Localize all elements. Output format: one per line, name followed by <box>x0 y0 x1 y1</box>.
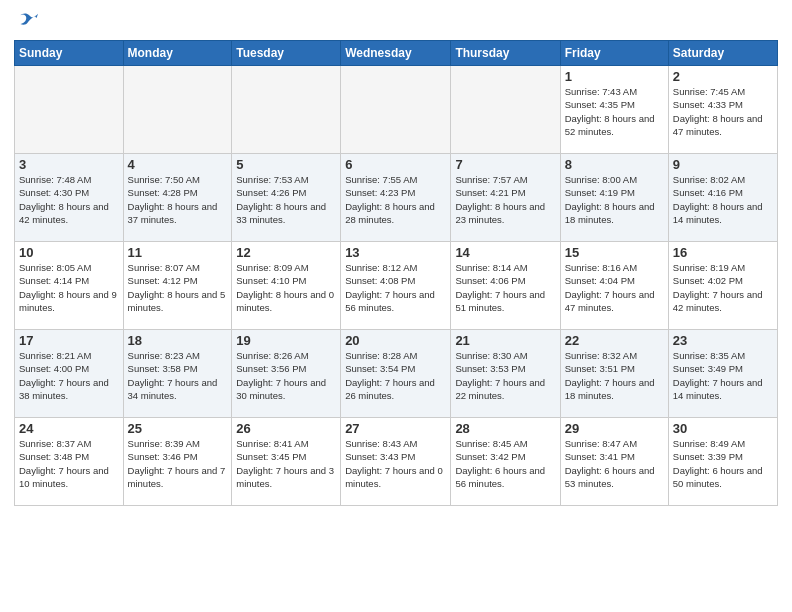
day-info: Sunrise: 8:26 AM Sunset: 3:56 PM Dayligh… <box>236 349 336 402</box>
calendar-cell: 4Sunrise: 7:50 AM Sunset: 4:28 PM Daylig… <box>123 154 232 242</box>
calendar-week-row: 24Sunrise: 8:37 AM Sunset: 3:48 PM Dayli… <box>15 418 778 506</box>
day-info: Sunrise: 8:47 AM Sunset: 3:41 PM Dayligh… <box>565 437 664 490</box>
calendar-cell: 16Sunrise: 8:19 AM Sunset: 4:02 PM Dayli… <box>668 242 777 330</box>
day-info: Sunrise: 8:05 AM Sunset: 4:14 PM Dayligh… <box>19 261 119 314</box>
day-number: 23 <box>673 333 773 348</box>
day-info: Sunrise: 7:50 AM Sunset: 4:28 PM Dayligh… <box>128 173 228 226</box>
day-info: Sunrise: 8:09 AM Sunset: 4:10 PM Dayligh… <box>236 261 336 314</box>
calendar-cell <box>451 66 560 154</box>
day-number: 12 <box>236 245 336 260</box>
day-info: Sunrise: 7:48 AM Sunset: 4:30 PM Dayligh… <box>19 173 119 226</box>
day-number: 7 <box>455 157 555 172</box>
day-number: 18 <box>128 333 228 348</box>
calendar-week-row: 1Sunrise: 7:43 AM Sunset: 4:35 PM Daylig… <box>15 66 778 154</box>
day-info: Sunrise: 8:23 AM Sunset: 3:58 PM Dayligh… <box>128 349 228 402</box>
day-number: 8 <box>565 157 664 172</box>
day-number: 28 <box>455 421 555 436</box>
day-info: Sunrise: 8:49 AM Sunset: 3:39 PM Dayligh… <box>673 437 773 490</box>
calendar-cell: 23Sunrise: 8:35 AM Sunset: 3:49 PM Dayli… <box>668 330 777 418</box>
calendar-cell: 9Sunrise: 8:02 AM Sunset: 4:16 PM Daylig… <box>668 154 777 242</box>
day-number: 10 <box>19 245 119 260</box>
day-info: Sunrise: 8:21 AM Sunset: 4:00 PM Dayligh… <box>19 349 119 402</box>
day-number: 13 <box>345 245 446 260</box>
day-info: Sunrise: 8:16 AM Sunset: 4:04 PM Dayligh… <box>565 261 664 314</box>
calendar-cell: 2Sunrise: 7:45 AM Sunset: 4:33 PM Daylig… <box>668 66 777 154</box>
day-number: 19 <box>236 333 336 348</box>
calendar-cell: 14Sunrise: 8:14 AM Sunset: 4:06 PM Dayli… <box>451 242 560 330</box>
day-info: Sunrise: 8:02 AM Sunset: 4:16 PM Dayligh… <box>673 173 773 226</box>
day-number: 30 <box>673 421 773 436</box>
calendar-cell: 13Sunrise: 8:12 AM Sunset: 4:08 PM Dayli… <box>341 242 451 330</box>
day-info: Sunrise: 8:00 AM Sunset: 4:19 PM Dayligh… <box>565 173 664 226</box>
calendar-cell: 27Sunrise: 8:43 AM Sunset: 3:43 PM Dayli… <box>341 418 451 506</box>
calendar-day-header: Thursday <box>451 41 560 66</box>
day-number: 11 <box>128 245 228 260</box>
day-info: Sunrise: 8:41 AM Sunset: 3:45 PM Dayligh… <box>236 437 336 490</box>
day-number: 14 <box>455 245 555 260</box>
calendar-day-header: Wednesday <box>341 41 451 66</box>
day-number: 25 <box>128 421 228 436</box>
calendar-cell: 29Sunrise: 8:47 AM Sunset: 3:41 PM Dayli… <box>560 418 668 506</box>
calendar-cell <box>123 66 232 154</box>
logo-bird-icon <box>16 10 38 32</box>
day-number: 22 <box>565 333 664 348</box>
calendar-day-header: Tuesday <box>232 41 341 66</box>
calendar-cell: 5Sunrise: 7:53 AM Sunset: 4:26 PM Daylig… <box>232 154 341 242</box>
day-info: Sunrise: 8:39 AM Sunset: 3:46 PM Dayligh… <box>128 437 228 490</box>
day-number: 17 <box>19 333 119 348</box>
calendar-cell: 25Sunrise: 8:39 AM Sunset: 3:46 PM Dayli… <box>123 418 232 506</box>
calendar-cell: 24Sunrise: 8:37 AM Sunset: 3:48 PM Dayli… <box>15 418 124 506</box>
logo <box>14 10 38 32</box>
calendar-day-header: Sunday <box>15 41 124 66</box>
day-number: 2 <box>673 69 773 84</box>
day-info: Sunrise: 8:12 AM Sunset: 4:08 PM Dayligh… <box>345 261 446 314</box>
calendar-cell: 21Sunrise: 8:30 AM Sunset: 3:53 PM Dayli… <box>451 330 560 418</box>
calendar-day-header: Friday <box>560 41 668 66</box>
day-info: Sunrise: 7:57 AM Sunset: 4:21 PM Dayligh… <box>455 173 555 226</box>
day-number: 6 <box>345 157 446 172</box>
calendar-cell: 30Sunrise: 8:49 AM Sunset: 3:39 PM Dayli… <box>668 418 777 506</box>
day-number: 9 <box>673 157 773 172</box>
calendar-cell: 3Sunrise: 7:48 AM Sunset: 4:30 PM Daylig… <box>15 154 124 242</box>
calendar-week-row: 10Sunrise: 8:05 AM Sunset: 4:14 PM Dayli… <box>15 242 778 330</box>
day-info: Sunrise: 7:43 AM Sunset: 4:35 PM Dayligh… <box>565 85 664 138</box>
calendar-cell: 1Sunrise: 7:43 AM Sunset: 4:35 PM Daylig… <box>560 66 668 154</box>
calendar-cell: 28Sunrise: 8:45 AM Sunset: 3:42 PM Dayli… <box>451 418 560 506</box>
calendar-cell: 26Sunrise: 8:41 AM Sunset: 3:45 PM Dayli… <box>232 418 341 506</box>
calendar-cell: 19Sunrise: 8:26 AM Sunset: 3:56 PM Dayli… <box>232 330 341 418</box>
calendar-cell: 17Sunrise: 8:21 AM Sunset: 4:00 PM Dayli… <box>15 330 124 418</box>
day-info: Sunrise: 8:43 AM Sunset: 3:43 PM Dayligh… <box>345 437 446 490</box>
calendar-day-header: Saturday <box>668 41 777 66</box>
day-number: 20 <box>345 333 446 348</box>
day-number: 29 <box>565 421 664 436</box>
calendar-cell: 22Sunrise: 8:32 AM Sunset: 3:51 PM Dayli… <box>560 330 668 418</box>
day-info: Sunrise: 7:53 AM Sunset: 4:26 PM Dayligh… <box>236 173 336 226</box>
day-info: Sunrise: 8:35 AM Sunset: 3:49 PM Dayligh… <box>673 349 773 402</box>
day-number: 24 <box>19 421 119 436</box>
day-number: 21 <box>455 333 555 348</box>
day-number: 3 <box>19 157 119 172</box>
calendar-cell <box>232 66 341 154</box>
day-info: Sunrise: 8:28 AM Sunset: 3:54 PM Dayligh… <box>345 349 446 402</box>
calendar-header-row: SundayMondayTuesdayWednesdayThursdayFrid… <box>15 41 778 66</box>
day-info: Sunrise: 8:30 AM Sunset: 3:53 PM Dayligh… <box>455 349 555 402</box>
page-container: SundayMondayTuesdayWednesdayThursdayFrid… <box>0 0 792 514</box>
calendar-day-header: Monday <box>123 41 232 66</box>
day-info: Sunrise: 8:07 AM Sunset: 4:12 PM Dayligh… <box>128 261 228 314</box>
page-header <box>14 10 778 32</box>
day-number: 27 <box>345 421 446 436</box>
day-info: Sunrise: 7:45 AM Sunset: 4:33 PM Dayligh… <box>673 85 773 138</box>
calendar-cell: 11Sunrise: 8:07 AM Sunset: 4:12 PM Dayli… <box>123 242 232 330</box>
calendar-cell: 15Sunrise: 8:16 AM Sunset: 4:04 PM Dayli… <box>560 242 668 330</box>
calendar-cell <box>15 66 124 154</box>
calendar-cell: 8Sunrise: 8:00 AM Sunset: 4:19 PM Daylig… <box>560 154 668 242</box>
calendar-cell: 18Sunrise: 8:23 AM Sunset: 3:58 PM Dayli… <box>123 330 232 418</box>
day-number: 4 <box>128 157 228 172</box>
day-info: Sunrise: 8:45 AM Sunset: 3:42 PM Dayligh… <box>455 437 555 490</box>
day-info: Sunrise: 8:14 AM Sunset: 4:06 PM Dayligh… <box>455 261 555 314</box>
day-info: Sunrise: 8:32 AM Sunset: 3:51 PM Dayligh… <box>565 349 664 402</box>
day-number: 1 <box>565 69 664 84</box>
calendar-table: SundayMondayTuesdayWednesdayThursdayFrid… <box>14 40 778 506</box>
day-number: 5 <box>236 157 336 172</box>
calendar-cell: 20Sunrise: 8:28 AM Sunset: 3:54 PM Dayli… <box>341 330 451 418</box>
